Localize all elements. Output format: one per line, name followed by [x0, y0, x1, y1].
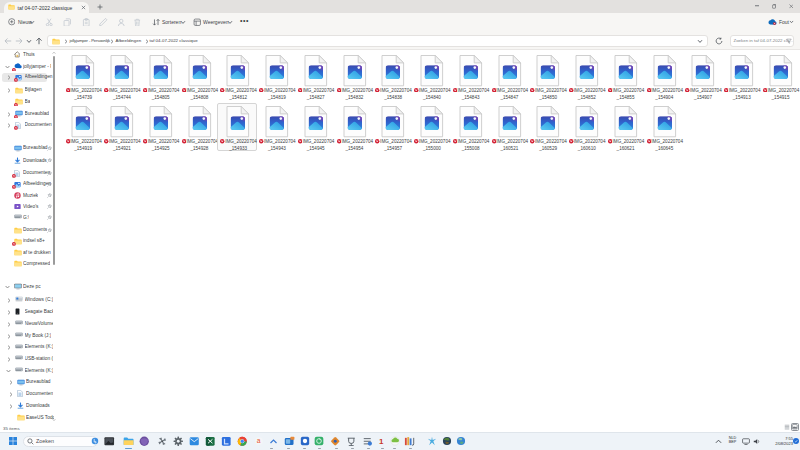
svg-text:a: a: [257, 437, 261, 444]
